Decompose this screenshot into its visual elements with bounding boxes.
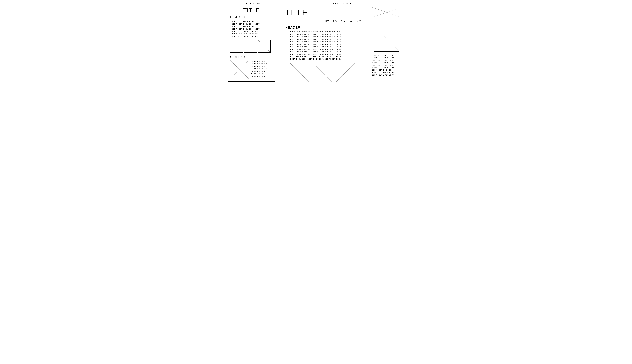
image-placeholder bbox=[258, 40, 271, 52]
image-placeholder bbox=[230, 40, 243, 52]
webpage-layout-label: WEBPAGE LAYOUT bbox=[282, 2, 404, 4]
image-placeholder bbox=[244, 40, 257, 52]
responsive-layout-diagram: MOBILE LAYOUT TITLE HEADER BODY BODY BOD… bbox=[6, 2, 626, 86]
navbar: NAV NAV NAV NAV NAV bbox=[283, 19, 404, 23]
nav-item[interactable]: NAV bbox=[326, 20, 330, 22]
logo-placeholder bbox=[372, 7, 401, 18]
nav-item[interactable]: NAV bbox=[341, 20, 345, 22]
image-placeholder bbox=[374, 26, 399, 52]
webpage-frame: TITLE NAV NAV NAV NAV NAV HEADER BODY BO… bbox=[282, 6, 404, 86]
mobile-header: HEADER bbox=[230, 15, 273, 19]
mobile-layout-column: MOBILE LAYOUT TITLE HEADER BODY BODY BOD… bbox=[228, 2, 275, 82]
webpage-titlebar: TITLE bbox=[283, 6, 404, 19]
hamburger-icon[interactable] bbox=[269, 8, 272, 10]
mobile-sidebar-header: SIDEBAR bbox=[230, 55, 273, 59]
webpage-main: HEADER BODY BODY BODY BODY BODY BODY BOD… bbox=[283, 23, 370, 85]
webpage-layout-column: WEBPAGE LAYOUT TITLE NAV NAV NAV NAV NAV… bbox=[282, 2, 404, 86]
mobile-sidebar-row: BODY BODY BODY BODY BODY BODY BODY BODY … bbox=[230, 60, 273, 79]
image-placeholder bbox=[230, 60, 249, 79]
mobile-body-text: BODY BODY BODY BODY BODY BODY BODY BODY … bbox=[230, 20, 273, 38]
webpage-sidebar-body: BODY BODY BODY BODY BODY BODY BODY BODY … bbox=[372, 54, 401, 76]
nav-item[interactable]: NAV bbox=[333, 20, 338, 22]
mobile-title: TITLE bbox=[230, 7, 273, 14]
nav-item[interactable]: NAV bbox=[357, 20, 361, 22]
mobile-image-row bbox=[230, 40, 273, 52]
nav-item[interactable]: NAV bbox=[349, 20, 353, 22]
image-placeholder bbox=[313, 63, 332, 82]
image-placeholder bbox=[290, 63, 309, 82]
webpage-body-text: BODY BODY BODY BODY BODY BODY BODY BODY … bbox=[285, 31, 367, 60]
webpage-image-row bbox=[285, 63, 367, 82]
webpage-body: HEADER BODY BODY BODY BODY BODY BODY BOD… bbox=[283, 23, 404, 85]
mobile-topbar: TITLE bbox=[230, 7, 273, 14]
webpage-sidebar: BODY BODY BODY BODY BODY BODY BODY BODY … bbox=[370, 23, 404, 85]
webpage-header: HEADER bbox=[285, 26, 367, 30]
mobile-layout-label: MOBILE LAYOUT bbox=[228, 2, 275, 4]
image-placeholder bbox=[336, 63, 355, 82]
webpage-title: TITLE bbox=[285, 8, 308, 17]
mobile-frame: TITLE HEADER BODY BODY BODY BODY BODY BO… bbox=[228, 6, 275, 82]
mobile-sidebar-body: BODY BODY BODY BODY BODY BODY BODY BODY … bbox=[251, 60, 267, 78]
